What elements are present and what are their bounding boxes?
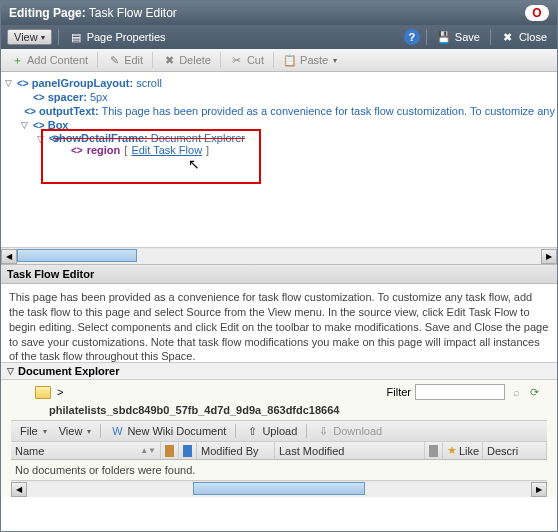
properties-icon: ▤ [69, 30, 83, 44]
scroll-right-icon[interactable]: ▶ [531, 482, 547, 497]
col-description[interactable]: Descri [483, 442, 547, 459]
component-icon: <> [17, 78, 29, 89]
search-icon[interactable]: ⌕ [509, 385, 523, 399]
page-title: Editing Page: Task Flow Editor [9, 6, 177, 20]
doc-hscrollbar[interactable]: ◀ ▶ [11, 480, 547, 497]
col-icon[interactable] [425, 442, 443, 459]
wiki-icon: W [110, 424, 124, 438]
separator [235, 424, 236, 438]
lock-icon [183, 445, 192, 457]
download-button[interactable]: ⇩ Download [311, 423, 387, 439]
col-icon[interactable] [161, 442, 179, 459]
add-icon: ＋ [10, 53, 24, 67]
panel-title: Task Flow Editor [7, 268, 94, 280]
add-content-button[interactable]: ＋ Add Content [5, 51, 93, 69]
tree-hscrollbar[interactable]: ◀ ▶ [1, 247, 557, 264]
close-icon: ✖ [501, 30, 515, 44]
panel-description: This page has been provided as a conveni… [1, 284, 557, 362]
page-properties-button[interactable]: ▤ Page Properties [65, 28, 170, 46]
component-icon: <> [33, 92, 45, 103]
filter-label: Filter [387, 386, 411, 398]
doc-table-header: Name ▲▼ Modified By Last Modified ★Like … [11, 442, 547, 460]
source-tree: ▽ <> panelGroupLayout: scroll <> spacer:… [1, 72, 557, 247]
separator [426, 29, 427, 45]
refresh-icon[interactable]: ⟳ [527, 385, 541, 399]
separator [58, 29, 59, 45]
component-icon: <> [49, 133, 61, 144]
separator [100, 424, 101, 438]
separator [306, 424, 307, 438]
paste-icon: 📋 [283, 53, 297, 67]
scroll-right-icon[interactable]: ▶ [541, 249, 557, 264]
separator [490, 29, 491, 45]
collapse-icon[interactable]: ▽ [19, 120, 30, 131]
tree-node[interactable]: <> spacer: 5px [3, 90, 555, 104]
menu-bar: View ▤ Page Properties ? 💾 Save ✖ Close [1, 25, 557, 49]
edit-toolbar: ＋ Add Content ✎ Edit ✖ Delete ✂ Cut 📋 Pa… [1, 49, 557, 72]
paste-button[interactable]: 📋 Paste [278, 51, 342, 69]
download-icon: ⇩ [316, 424, 330, 438]
save-icon: 💾 [437, 30, 451, 44]
region-node[interactable]: <> region [ Edit Task Flow ] ↖ [43, 144, 259, 156]
delete-icon: ✖ [162, 53, 176, 67]
tree-node[interactable]: ▽ <> panelGroupLayout: scroll [3, 76, 555, 90]
view-menu[interactable]: View [7, 29, 52, 45]
col-modified-by[interactable]: Modified By [197, 442, 275, 459]
filter-input[interactable] [415, 384, 505, 400]
edit-task-flow-link[interactable]: Edit Task Flow [131, 144, 202, 156]
col-like[interactable]: ★Like [443, 442, 483, 459]
document-explorer-header[interactable]: ▽ Document Explorer [1, 362, 557, 380]
separator [273, 52, 274, 68]
save-button[interactable]: 💾 Save [433, 28, 484, 46]
collapse-icon[interactable]: ▽ [7, 366, 14, 376]
region-label: region [87, 144, 121, 156]
close-button[interactable]: ✖ Close [497, 28, 551, 46]
document-explorer-body: > Filter ⌕ ⟳ philatelists_sbdc849b0_57fb… [1, 380, 557, 497]
breadcrumb-sep: > [57, 386, 63, 398]
flag-icon [429, 445, 438, 457]
star-icon: ★ [447, 444, 457, 457]
component-icon: <> [24, 106, 36, 117]
col-name[interactable]: Name ▲▼ [11, 442, 161, 459]
edit-icon: ✎ [107, 53, 121, 67]
cursor-icon: ↖ [188, 156, 200, 172]
separator [152, 52, 153, 68]
separator [220, 52, 221, 68]
breadcrumb: > Filter ⌕ ⟳ [1, 380, 557, 404]
doc-toolbar: File View W New Wiki Document ⇧ Upload ⇩… [11, 420, 547, 442]
col-last-modified[interactable]: Last Modified [275, 442, 425, 459]
folder-path: philatelists_sbdc849b0_57fb_4d7d_9d9a_86… [1, 404, 557, 420]
file-menu[interactable]: File [15, 424, 52, 438]
cut-button[interactable]: ✂ Cut [225, 51, 269, 69]
new-wiki-button[interactable]: W New Wiki Document [105, 423, 231, 439]
scroll-left-icon[interactable]: ◀ [1, 249, 17, 264]
brand-logo: O [525, 5, 549, 21]
tree-node[interactable]: showDetailFrame: Document Explorer [53, 132, 245, 144]
separator [97, 52, 98, 68]
scroll-left-icon[interactable]: ◀ [11, 482, 27, 497]
region-icon: <> [71, 145, 83, 156]
tree-node[interactable]: <> outputText: This page has been provid… [3, 104, 555, 118]
highlight-box: showDetailFrame: Document Explorer <> re… [41, 129, 261, 184]
upload-icon: ⇧ [245, 424, 259, 438]
help-icon[interactable]: ? [404, 29, 420, 45]
empty-message: No documents or folders were found. [1, 460, 557, 480]
panel-header: Task Flow Editor [1, 264, 557, 284]
delete-button[interactable]: ✖ Delete [157, 51, 216, 69]
view-icon [165, 445, 174, 457]
col-icon[interactable] [179, 442, 197, 459]
collapse-icon[interactable]: ▽ [3, 78, 14, 89]
view-menu[interactable]: View [54, 424, 97, 438]
cut-icon: ✂ [230, 53, 244, 67]
sort-icon[interactable]: ▲▼ [140, 446, 156, 455]
title-bar: Editing Page: Task Flow Editor O [1, 1, 557, 25]
folder-icon[interactable] [35, 386, 51, 399]
edit-button[interactable]: ✎ Edit [102, 51, 148, 69]
upload-button[interactable]: ⇧ Upload [240, 423, 302, 439]
